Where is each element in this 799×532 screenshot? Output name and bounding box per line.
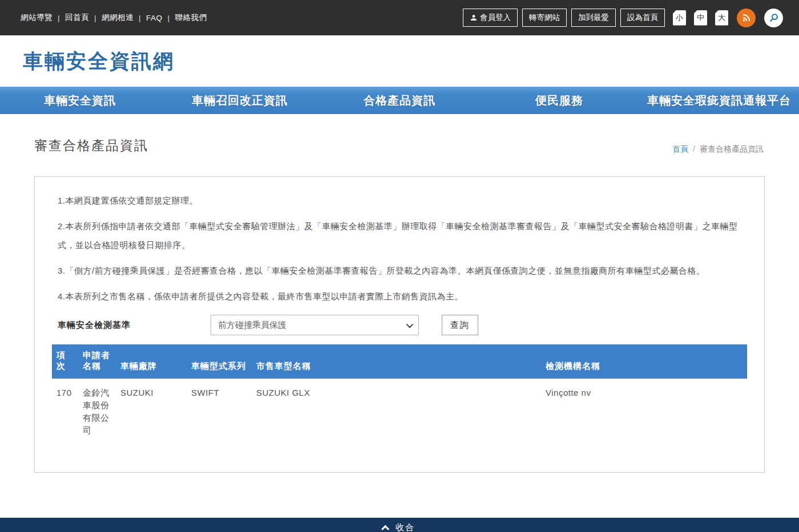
forward-site-button[interactable]: 轉寄網站 [522, 9, 567, 27]
rss-icon[interactable] [737, 9, 756, 27]
note-2: 2.本表所列係指申請者依交通部「車輛型式安全審驗管理辦法」及「車輛安全檢測基準」… [58, 217, 747, 254]
link-separator: | [58, 14, 60, 22]
link-separator: | [139, 14, 141, 22]
link-separator: | [94, 14, 96, 22]
cell-index: 170 [52, 379, 78, 448]
col-header-applicant: 申請者名稱 [78, 344, 116, 379]
filter-row: 車輛安全檢測基準 前方碰撞乘員保護 查詢 [58, 315, 747, 335]
site-header: 車輛安全資訊網 [0, 35, 799, 87]
table-row: 170 金鈴汽車股份有限公司 SUZUKI SWIFT SUZUKI GLX V… [52, 379, 747, 448]
search-icon[interactable] [764, 9, 783, 27]
safety-standard-select[interactable]: 前方碰撞乘員保護 [211, 315, 419, 335]
page-title: 審查合格產品資訊 [34, 137, 148, 155]
link-related-sites[interactable]: 網網相連 [102, 13, 134, 23]
collapse-label: 收合 [396, 522, 415, 532]
font-size-large-button[interactable]: 大 [715, 10, 728, 26]
note-4: 4.本表所列之市售名稱，係依申請者所提供之內容登載，最終市售車型以申請者實際上市… [58, 287, 747, 306]
link-sitemap[interactable]: 網站導覽 [21, 13, 53, 23]
font-size-medium-button[interactable]: 中 [694, 10, 707, 26]
nav-recall-info[interactable]: 車輛召回改正資訊 [160, 93, 320, 108]
select-value: 前方碰撞乘員保護 [218, 320, 286, 331]
person-icon [470, 14, 478, 22]
member-login-label: 會員登入 [480, 13, 511, 23]
link-home[interactable]: 回首頁 [65, 13, 89, 23]
nav-convenience-services[interactable]: 便民服務 [479, 93, 639, 108]
member-login-button[interactable]: 會員登入 [463, 9, 518, 27]
font-size-small-button[interactable]: 小 [673, 10, 686, 26]
nav-defect-report-platform[interactable]: 車輛安全瑕疵資訊通報平台 [639, 93, 799, 108]
link-separator: | [168, 14, 170, 22]
col-header-index: 項次 [52, 344, 78, 379]
link-faq[interactable]: FAQ [146, 14, 163, 22]
cell-market-name: SUZUKI GLX [252, 379, 541, 448]
topbar-actions: 會員登入 轉寄網站 加到最愛 設為首頁 小 中 大 [463, 9, 783, 27]
collapse-toggle[interactable]: 收合 [0, 518, 799, 532]
filter-label: 車輛安全檢測基準 [58, 320, 131, 331]
content-panel: 1.本網頁建置係依交通部規定辦理。 2.本表所列係指申請者依交通部「車輛型式安全… [34, 176, 765, 473]
topbar-links: 網站導覽| 回首頁| 網網相連| FAQ| 聯絡我們 [21, 13, 207, 23]
add-favorite-button[interactable]: 加到最愛 [571, 9, 616, 27]
col-header-brand: 車輛廠牌 [116, 344, 187, 379]
main-nav: 車輛安全資訊 車輛召回改正資訊 合格產品資訊 便民服務 車輛安全瑕疵資訊通報平台 [0, 87, 799, 114]
nav-vehicle-safety-info[interactable]: 車輛安全資訊 [0, 93, 160, 108]
query-button[interactable]: 查詢 [442, 315, 478, 335]
chevron-up-icon [381, 525, 389, 532]
nav-qualified-products[interactable]: 合格產品資訊 [320, 93, 479, 108]
table-header-row: 項次 申請者名稱 車輛廠牌 車輛型式系列 市售車型名稱 檢測機構名稱 [52, 344, 747, 379]
link-contact[interactable]: 聯絡我們 [175, 13, 207, 23]
breadcrumb-current: 審查合格產品資訊 [700, 144, 764, 153]
heading-row: 審查合格產品資訊 首頁/審查合格產品資訊 [34, 137, 764, 155]
col-header-market-name: 市售車型名稱 [252, 344, 541, 379]
top-utility-bar: 網站導覽| 回首頁| 網網相連| FAQ| 聯絡我們 會員登入 轉寄網站 加到最… [0, 0, 799, 35]
note-3: 3.「側方/前方碰撞乘員保護」是否經審查合格，應以「車輛安全檢測基準審查報告」所… [58, 262, 747, 280]
results-table: 項次 申請者名稱 車輛廠牌 車輛型式系列 市售車型名稱 檢測機構名稱 170 金… [52, 344, 747, 448]
breadcrumb-separator: / [693, 144, 695, 153]
set-homepage-button[interactable]: 設為首頁 [620, 9, 665, 27]
cell-applicant: 金鈴汽車股份有限公司 [78, 379, 116, 448]
col-header-model-series: 車輛型式系列 [187, 344, 252, 379]
main-content: 審查合格產品資訊 首頁/審查合格產品資訊 1.本網頁建置係依交通部規定辦理。 2… [0, 137, 799, 518]
note-1: 1.本網頁建置係依交通部規定辦理。 [58, 192, 747, 210]
cell-brand: SUZUKI [116, 379, 187, 448]
cell-model-series: SWIFT [187, 379, 252, 448]
site-logo[interactable]: 車輛安全資訊網 [23, 48, 175, 75]
chevron-down-icon [406, 320, 414, 328]
col-header-test-agency: 檢測機構名稱 [541, 344, 747, 379]
breadcrumb-home-link[interactable]: 首頁 [672, 144, 688, 153]
breadcrumb: 首頁/審查合格產品資訊 [672, 144, 764, 155]
cell-test-agency: Vinçotte nv [541, 379, 747, 448]
